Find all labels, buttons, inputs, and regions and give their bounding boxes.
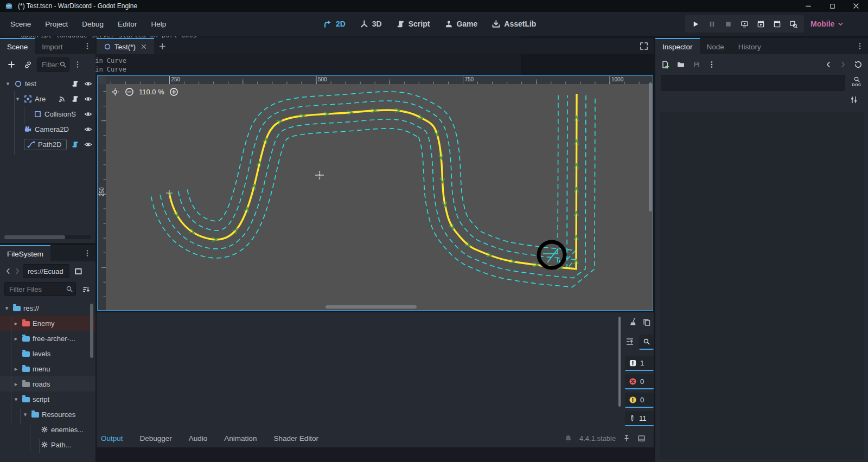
expander-icon[interactable]: ▸ xyxy=(12,335,20,342)
bottom-tab-debugger[interactable]: Debugger xyxy=(140,434,172,442)
bottom-tab-animation[interactable]: Animation xyxy=(224,434,257,442)
edit-history-icon[interactable] xyxy=(854,60,863,69)
tab-history[interactable]: History xyxy=(731,38,768,54)
pin-bottom-panel-icon[interactable] xyxy=(623,434,630,442)
tab-node[interactable]: Node xyxy=(700,38,731,54)
tab-filesystem[interactable]: FileSystem xyxy=(0,245,50,261)
add-node-button[interactable] xyxy=(4,57,18,72)
workspace-tab-3d[interactable]: 3D xyxy=(360,20,382,29)
output-scrollbar-thumb[interactable] xyxy=(618,317,621,407)
close-tab-icon[interactable] xyxy=(141,43,147,50)
zoom-level[interactable]: 110.0 % xyxy=(139,88,164,96)
canvas-vscrollbar-thumb[interactable] xyxy=(649,82,652,211)
expand-bottom-panel-icon[interactable] xyxy=(637,434,646,442)
filesystem-row[interactable]: enemies... xyxy=(0,422,95,437)
expander-icon[interactable]: ▸ xyxy=(12,320,20,327)
scene-dock-menu-icon[interactable] xyxy=(79,38,95,54)
menu-help[interactable]: Help xyxy=(144,12,173,36)
error-filter-badge[interactable]: 0 xyxy=(625,374,654,389)
filesystem-row[interactable]: Path... xyxy=(0,437,95,452)
zoom-out-button[interactable] xyxy=(125,87,134,97)
edit-count-badge[interactable]: 11 xyxy=(625,411,654,426)
signal-icon[interactable] xyxy=(58,95,66,103)
renderer-dropdown[interactable]: Mobile xyxy=(810,15,844,33)
movie-maker-button[interactable] xyxy=(789,20,797,28)
tab-import[interactable]: Import xyxy=(35,38,69,54)
nav-back-icon[interactable] xyxy=(4,267,12,275)
expander-icon[interactable]: ▾ xyxy=(3,305,10,312)
resource-menu-icon[interactable] xyxy=(708,61,716,68)
tab-test-scene[interactable]: Test(*) xyxy=(97,38,154,54)
filesystem-row[interactable]: levels xyxy=(0,346,95,361)
expander-icon[interactable]: ▸ xyxy=(12,381,20,388)
canvas-hscrollbar-thumb[interactable] xyxy=(326,305,417,309)
workspace-tab-script[interactable]: Script xyxy=(396,20,430,29)
menu-debug[interactable]: Debug xyxy=(75,12,111,36)
script-icon[interactable] xyxy=(71,80,79,88)
filesystem-row[interactable]: ▾script xyxy=(0,392,95,407)
stop-button[interactable] xyxy=(724,20,732,28)
copy-output-button[interactable] xyxy=(640,316,653,329)
close-button[interactable] xyxy=(844,0,868,12)
bottom-tab-shader-editor[interactable]: Shader Editor xyxy=(273,434,318,442)
canvas-2d[interactable] xyxy=(106,84,653,310)
maximize-button[interactable] xyxy=(820,0,844,12)
bottom-tab-audio[interactable]: Audio xyxy=(189,434,208,442)
filesystem-row[interactable]: ▸roads xyxy=(0,376,95,392)
menu-editor[interactable]: Editor xyxy=(111,12,144,36)
scene-toolbar-menu-icon[interactable] xyxy=(72,61,84,68)
clear-output-button[interactable] xyxy=(627,316,640,329)
filesystem-row[interactable]: ▸free-archer-... xyxy=(0,331,95,346)
expander-icon[interactable]: ▾ xyxy=(22,411,29,418)
visibility-eye-icon[interactable] xyxy=(84,110,92,118)
tab-scene[interactable]: Scene xyxy=(0,38,35,54)
distraction-free-icon[interactable] xyxy=(640,42,648,50)
filesystem-vscrollbar-thumb[interactable] xyxy=(90,304,93,358)
filesystem-row[interactable]: ▸Enemy xyxy=(0,316,95,331)
menu-project[interactable]: Project xyxy=(38,12,75,36)
scene-node-row[interactable]: ▾test xyxy=(0,76,95,91)
tab-inspector[interactable]: Inspector xyxy=(655,38,700,54)
filesystem-row[interactable]: ▸menu xyxy=(0,361,95,376)
load-resource-icon[interactable] xyxy=(676,60,685,69)
new-resource-icon[interactable] xyxy=(661,60,669,69)
scrollbar-thumb[interactable] xyxy=(4,235,65,239)
visibility-eye-icon[interactable] xyxy=(84,95,92,103)
history-forward-icon[interactable] xyxy=(839,61,847,68)
remote-debug-button[interactable] xyxy=(741,20,749,28)
play-button[interactable] xyxy=(692,20,700,28)
nav-forward-icon[interactable] xyxy=(14,267,21,275)
center-view-icon[interactable] xyxy=(111,87,120,97)
save-resource-icon[interactable] xyxy=(692,60,701,69)
filesystem-menu-icon[interactable] xyxy=(79,245,95,261)
visibility-eye-icon[interactable] xyxy=(84,125,92,133)
pause-button[interactable] xyxy=(708,20,716,28)
workspace-tab-assetlib[interactable]: AssetLib xyxy=(492,20,536,29)
property-tools-icon[interactable] xyxy=(850,95,859,105)
current-path-field[interactable] xyxy=(23,264,69,278)
menu-scene[interactable]: Scene xyxy=(3,12,38,36)
play-custom-scene-button[interactable] xyxy=(773,20,781,28)
alert-filter-badge[interactable]: 1 xyxy=(625,356,654,371)
script-icon[interactable] xyxy=(71,95,79,103)
expander-icon[interactable]: ▾ xyxy=(14,95,21,102)
sort-files-button[interactable] xyxy=(79,283,92,296)
warning-filter-badge[interactable]: 0 xyxy=(625,393,654,408)
filesystem-row[interactable]: ▾Resources xyxy=(0,407,95,422)
add-scene-tab-button[interactable] xyxy=(154,38,171,54)
search-output-button[interactable] xyxy=(639,335,654,350)
play-scene-button[interactable] xyxy=(757,20,765,28)
split-view-button[interactable] xyxy=(71,264,85,278)
bottom-tab-output[interactable]: Output xyxy=(101,434,123,442)
workspace-tab-game[interactable]: Game xyxy=(444,20,477,29)
minimize-button[interactable] xyxy=(796,0,820,12)
filesystem-row[interactable]: ▾res:// xyxy=(0,300,95,316)
expander-icon[interactable]: ▾ xyxy=(4,80,11,87)
instance-scene-button[interactable] xyxy=(21,57,35,72)
expander-icon[interactable]: ▾ xyxy=(12,396,20,403)
inspector-menu-icon[interactable] xyxy=(852,38,868,54)
visibility-eye-icon[interactable] xyxy=(84,80,92,88)
notification-bell-icon[interactable] xyxy=(564,434,572,442)
open-docs-button[interactable]: DOC xyxy=(850,76,864,90)
script-icon[interactable] xyxy=(71,140,79,149)
